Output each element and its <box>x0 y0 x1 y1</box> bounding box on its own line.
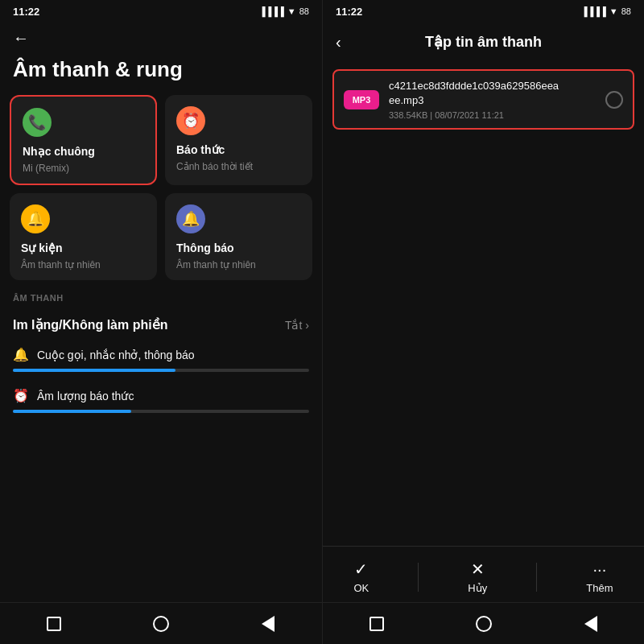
file-meta: 338.54KB | 08/07/2021 11:21 <box>389 110 596 120</box>
notification-icon: 🔔 <box>21 204 50 233</box>
recent-apps-icon <box>47 617 61 631</box>
bottom-actions: ✓ OK ✕ Hủy ··· Thêm <box>323 546 644 602</box>
volume-calls-bar-bg[interactable] <box>13 369 309 372</box>
time-left: 11:22 <box>13 6 39 18</box>
notification-title: Thông báo <box>176 242 301 254</box>
card-ringtone[interactable]: 📞 Nhạc chuông Mi (Remix) <box>10 95 157 185</box>
cancel-button[interactable]: ✕ Hủy <box>455 556 500 597</box>
back-icon <box>262 616 275 632</box>
recent-apps-icon-right <box>369 617 384 631</box>
file-name: c4211ec8d3fddde1c039a629586eeaee.mp3 <box>389 79 596 108</box>
bottom-nav-left <box>0 602 322 644</box>
alarm-title: Báo thức <box>176 143 301 156</box>
time-right: 11:22 <box>336 6 362 18</box>
volume-alarm-bar-bg[interactable] <box>13 410 309 413</box>
event-subtitle: Âm thanh tự nhiên <box>21 259 146 270</box>
status-icons-right: ▐▐▐▐ ▼ 88 <box>581 6 631 16</box>
volume-alarm: ⏰ Âm lượng báo thức <box>0 382 322 423</box>
nav-back-button[interactable] <box>254 609 283 638</box>
silent-mode-arrow: › <box>305 319 309 332</box>
file-info: c4211ec8d3fddde1c039a629586eeaee.mp3 338… <box>389 79 596 120</box>
status-bar-left: 11:22 ▐▐▐▐ ▼ 88 <box>0 0 322 23</box>
divider-1 <box>418 563 419 592</box>
cards-grid: 📞 Nhạc chuông Mi (Remix) ⏰ Báo thức Cảnh… <box>0 95 322 280</box>
home-icon-right <box>476 616 492 632</box>
ringtone-subtitle: Mi (Remix) <box>23 163 144 174</box>
page-title-left: Âm thanh & rung <box>0 54 322 95</box>
alarm-subtitle: Cảnh báo thời tiết <box>176 161 301 172</box>
nav-recent-button-right[interactable] <box>362 609 391 638</box>
ok-button[interactable]: ✓ OK <box>341 556 382 597</box>
card-notification[interactable]: 🔔 Thông báo Âm thanh tự nhiên <box>165 193 312 280</box>
wifi-icon: ▼ <box>287 6 296 16</box>
card-alarm[interactable]: ⏰ Báo thức Cảnh báo thời tiết <box>165 95 312 185</box>
back-button-right[interactable]: ‹ <box>336 33 341 52</box>
silent-mode-right: Tắt › <box>285 319 309 332</box>
volume-alarm-bar-fill <box>13 410 131 413</box>
phone-icon: 📞 <box>23 108 52 137</box>
back-icon-right <box>584 616 597 632</box>
volume-calls-bar-fill <box>13 369 175 372</box>
divider-2 <box>536 563 537 592</box>
file-item[interactable]: MP3 c4211ec8d3fddde1c039a629586eeaee.mp3… <box>332 69 634 130</box>
volume-calls: 🔔 Cuộc gọi, nhắc nhở, thông báo <box>0 341 322 382</box>
more-label: Thêm <box>586 582 613 594</box>
silent-mode-item[interactable]: Im lặng/Không làm phiền Tắt › <box>0 309 322 341</box>
right-panel: 11:22 ▐▐▐▐ ▼ 88 ‹ Tập tin âm thanh MP3 c… <box>322 0 644 644</box>
signal-icon: ▐▐▐▐ <box>259 6 284 16</box>
right-title: Tập tin âm thanh <box>425 33 542 51</box>
notification-subtitle: Âm thanh tự nhiên <box>176 259 301 270</box>
file-select-radio[interactable] <box>605 91 623 109</box>
ok-label: OK <box>354 582 369 594</box>
bottom-nav-right <box>323 602 644 644</box>
card-event[interactable]: 🔔 Sự kiện Âm thanh tự nhiên <box>10 193 157 280</box>
signal-icon-right: ▐▐▐▐ <box>581 6 606 16</box>
nav-home-button[interactable] <box>147 609 175 638</box>
event-title: Sự kiện <box>21 242 146 254</box>
back-button-left[interactable]: ← <box>0 23 322 54</box>
alarm-icon: ⏰ <box>176 106 205 135</box>
status-icons-left: ▐▐▐▐ ▼ 88 <box>259 6 309 16</box>
status-bar-right: 11:22 ▐▐▐▐ ▼ 88 <box>323 0 644 23</box>
mp3-badge: MP3 <box>344 90 379 109</box>
section-label: ÂM THANH <box>0 280 322 309</box>
right-header: ‹ Tập tin âm thanh <box>323 23 644 61</box>
silent-mode-value: Tắt <box>285 319 302 332</box>
clock-volume-icon: ⏰ <box>13 388 29 403</box>
bell-icon: 🔔 <box>176 204 205 233</box>
ok-icon: ✓ <box>354 559 368 579</box>
ringtone-title: Nhạc chuông <box>23 145 144 158</box>
bell-volume-icon: 🔔 <box>13 347 29 362</box>
volume-alarm-label: Âm lượng báo thức <box>37 390 134 402</box>
battery-left: 88 <box>299 6 309 16</box>
silent-mode-label: Im lặng/Không làm phiền <box>13 317 167 332</box>
cancel-icon: ✕ <box>471 559 485 579</box>
more-button[interactable]: ··· Thêm <box>573 557 625 597</box>
nav-back-button-right[interactable] <box>576 609 605 638</box>
more-icon: ··· <box>593 560 607 579</box>
volume-calls-label: Cuộc gọi, nhắc nhở, thông báo <box>37 349 195 361</box>
wifi-icon-right: ▼ <box>609 6 618 16</box>
battery-right: 88 <box>621 6 631 16</box>
cancel-label: Hủy <box>468 582 487 594</box>
nav-home-button-right[interactable] <box>469 609 498 638</box>
left-panel: 11:22 ▐▐▐▐ ▼ 88 ← Âm thanh & rung 📞 Nhạc… <box>0 0 322 644</box>
home-icon <box>153 616 169 632</box>
nav-recent-button[interactable] <box>39 609 68 638</box>
